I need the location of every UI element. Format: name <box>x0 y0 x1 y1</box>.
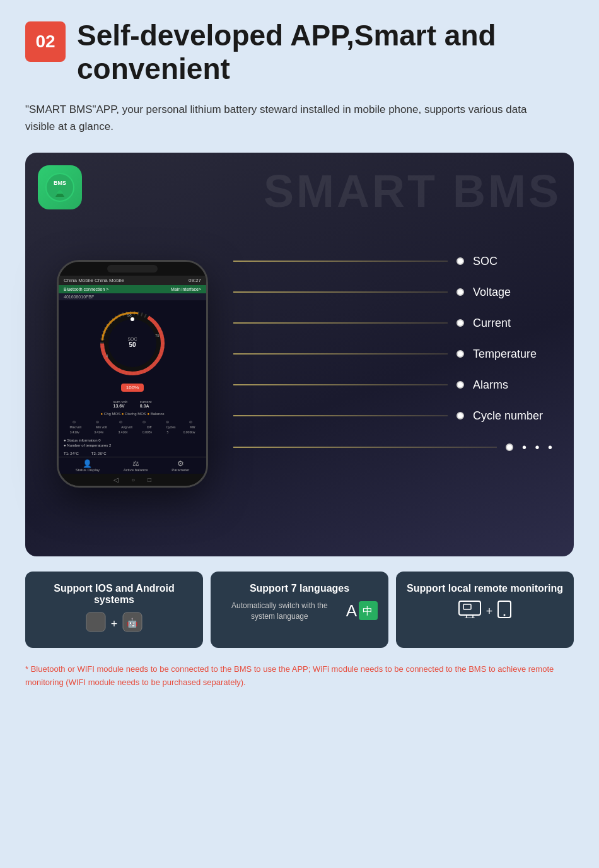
feature-icons-remote: + <box>458 601 512 623</box>
tab-balance[interactable]: ⚖ Active balance <box>124 459 148 472</box>
svg-text:50: 50 <box>129 341 136 348</box>
watermark-text: SMART BMS <box>264 165 561 217</box>
svg-point-25 <box>504 614 506 616</box>
plus-sign-1: + <box>111 618 118 631</box>
temp-2: T2: 26°C <box>91 452 107 455</box>
main-title: Self-developed APP,Smart and convenient <box>77 19 496 86</box>
svg-rect-15 <box>86 613 105 631</box>
label-line-cycle <box>233 415 448 416</box>
android-icon: 🤖 <box>122 612 142 636</box>
phone-notch <box>59 262 206 276</box>
temps-row: T1: 24°C T2: 26°C <box>59 450 206 457</box>
phone-gauge-area: SOC 50 0 75 50 100% <box>59 300 206 397</box>
label-line-soc <box>233 261 448 262</box>
nav-home[interactable]: ○ <box>131 476 135 483</box>
svg-rect-20 <box>459 601 480 615</box>
label-text-current: Current <box>473 317 555 330</box>
phone-mockup: China Mobile China Mobile 09:27 Bluetoot… <box>57 260 208 488</box>
label-dot-alarms <box>457 381 464 389</box>
nav-back[interactable]: ◁ <box>113 476 119 483</box>
phone-device-id: 401608010FBF <box>59 293 206 300</box>
apple-icon <box>86 612 106 636</box>
dots-indicator: • • • <box>522 440 555 455</box>
phone-connection-bar: Bluetooth connection > Main interface> <box>59 285 206 293</box>
feature-title-ios: Support IOS and Android systems <box>35 583 193 606</box>
label-dot-temperature <box>457 350 464 358</box>
phone-status-info: ● Status information 0 ● Number of tempe… <box>59 437 206 450</box>
svg-point-0 <box>46 173 74 201</box>
gauge-percent-btn: 100% <box>121 384 144 392</box>
label-line-voltage <box>233 291 448 293</box>
phone-nav: ◁ ○ □ <box>59 474 206 486</box>
phone-status-bar: China Mobile China Mobile 09:27 <box>59 276 206 285</box>
svg-text:SOC: SOC <box>127 337 137 341</box>
label-dot-soc <box>457 257 464 265</box>
label-temperature: Temperature <box>233 348 555 361</box>
svg-text:中: 中 <box>363 606 373 616</box>
label-text-alarms: Alarms <box>473 378 555 392</box>
label-line-temperature <box>233 353 448 355</box>
volt-stats: ⊙⊙ ⊙⊙ ⊙⊙ Max volt Min volt Avg volt Diff… <box>59 417 206 437</box>
phone-bottom-tabs[interactable]: 👤 Status Display ⚖ Active balance ⚙ Para… <box>59 457 206 474</box>
main-interface-label: Main interface> <box>171 287 201 291</box>
feature-languages: Support 7 languages Automatically switch… <box>211 572 388 648</box>
sum-volt: sum volt 13.6V <box>113 399 127 408</box>
subtitle-text: "SMART BMS"APP, your personal lithium ba… <box>25 101 542 135</box>
section-badge: 02 <box>25 21 66 62</box>
language-icon: A 中 <box>346 601 378 621</box>
svg-rect-23 <box>463 604 471 609</box>
main-content-box: SMART BMS BMS China Mobile China Mobile … <box>25 153 574 556</box>
dots-indicator-row: • • • <box>233 440 555 455</box>
label-dot-dots <box>506 443 513 451</box>
lang-content: Automatically switch with the system lan… <box>221 601 378 622</box>
feature-title-remote: Support local remote monitoring <box>407 583 563 594</box>
header-section: 02 Self-developed APP,Smart and convenie… <box>25 19 574 86</box>
svg-text:50: 50 <box>127 314 132 317</box>
feature-desc-lang: Automatically switch with the system lan… <box>221 601 339 622</box>
app-icon: BMS <box>38 165 82 209</box>
label-dot-cycle <box>457 412 464 419</box>
label-line-alarms <box>233 384 448 385</box>
label-text-cycle: Cycle number <box>473 409 555 423</box>
svg-text:BMS: BMS <box>54 180 66 186</box>
current-val: current 0.0A <box>140 399 152 408</box>
label-text-temperature: Temperature <box>473 348 555 361</box>
tablet-icon <box>497 601 511 623</box>
status-time: 09:27 <box>189 278 201 283</box>
label-current: Current <box>233 317 555 330</box>
feature-title-lang: Support 7 languages <box>250 583 349 594</box>
tab-parameter[interactable]: ⚙ Parameter <box>172 459 189 472</box>
temp-1: T1: 24°C <box>64 452 79 455</box>
label-line-dots <box>233 447 497 448</box>
label-line-current <box>233 322 448 324</box>
nav-square[interactable]: □ <box>148 476 151 483</box>
label-voltage: Voltage <box>233 286 555 299</box>
gauge-svg-container: SOC 50 0 75 50 <box>95 305 170 381</box>
volt-stats-header: ⊙⊙ ⊙⊙ ⊙⊙ <box>64 419 201 424</box>
status-carrier: China Mobile China Mobile <box>64 278 124 283</box>
footer-note: * Bluetooth or WIFI module needs to be c… <box>25 663 574 689</box>
feature-icons-ios: + 🤖 <box>86 612 143 636</box>
feature-remote: Support local remote monitoring + <box>396 572 574 648</box>
volt-stats-labels: Max volt Min volt Avg volt Diff Cycles K… <box>64 425 201 429</box>
tab-status[interactable]: 👤 Status Display <box>76 459 100 472</box>
label-alarms: Alarms <box>233 378 555 392</box>
mos-row: ● Chg MOS ● Dischg MOS ● Balance <box>59 411 206 417</box>
svg-text:🤖: 🤖 <box>127 618 138 628</box>
label-cycle-number: Cycle number <box>233 409 555 423</box>
feature-labels-container: SOC Voltage Current Temperature Alarms <box>221 255 555 455</box>
bt-connection-label: Bluetooth connection > <box>64 287 108 291</box>
feature-ios-android: Support IOS and Android systems + 🤖 <box>25 572 203 648</box>
phone-notch-pill <box>107 265 158 273</box>
features-row: Support IOS and Android systems + 🤖 Supp… <box>25 572 574 648</box>
monitor-icon <box>458 601 481 623</box>
label-dot-current <box>457 319 464 327</box>
phone-device: China Mobile China Mobile 09:27 Bluetoot… <box>57 260 208 488</box>
label-dot-voltage <box>457 288 464 296</box>
svg-point-11 <box>131 317 134 321</box>
label-text-soc: SOC <box>473 255 555 268</box>
plus-sign-2: + <box>486 605 493 618</box>
volt-stats-values: 3.419v 3.414v 3.416v 0.005v 5 0.000kw <box>64 430 201 434</box>
svg-text:75: 75 <box>155 334 160 337</box>
label-text-voltage: Voltage <box>473 286 555 299</box>
